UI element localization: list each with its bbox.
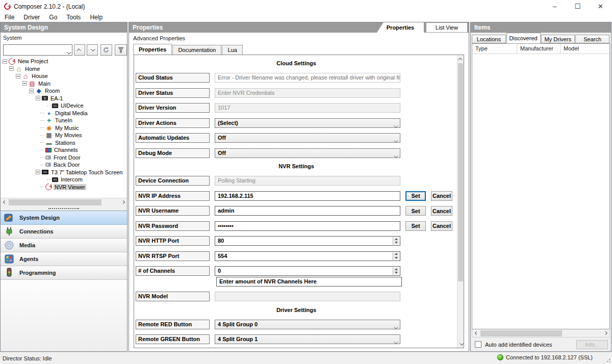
set-button[interactable]: Set [405,221,426,231]
scroll-left-icon[interactable] [1,198,9,206]
column-model[interactable]: Model [560,44,609,54]
maximize-button[interactable]: ☐ [566,0,589,13]
cancel-button[interactable]: Cancel [431,221,452,231]
tree-item-channels[interactable]: Channels [1,146,127,154]
collapse-icon[interactable] [16,74,20,79]
spin-up-icon[interactable] [393,237,399,241]
auto-add-checkbox[interactable] [475,341,481,348]
nav-connections[interactable]: Connections [1,225,127,239]
driver-actions-dropdown[interactable]: (Select) [215,118,400,128]
spinner-buttons[interactable] [393,267,399,275]
tree-item-house[interactable]: House [1,72,127,80]
channels-stepper[interactable]: 0 [215,266,400,276]
collapse-icon[interactable] [36,170,40,174]
tree-item-front-door[interactable]: Front Door [1,154,127,162]
collapse-icon[interactable] [3,59,7,64]
tab-search[interactable]: Search [575,35,609,43]
scrollbar-thumb[interactable] [480,330,562,336]
nvr-ip-input[interactable]: 192.168.2.115 [215,191,400,201]
tree-item-uidevice[interactable]: UIDevice [1,102,127,110]
tree-item-new-project[interactable]: New Project [1,58,127,65]
cancel-button[interactable]: Cancel [431,206,452,216]
find-next-button[interactable] [87,44,98,56]
collapse-icon[interactable] [22,81,27,86]
tab-properties-view[interactable]: Properties [377,22,424,33]
nvr-password-input[interactable]: •••••••• [215,221,400,231]
scroll-right-icon[interactable] [119,198,127,206]
scroll-right-icon[interactable] [601,329,609,337]
tree-item-ea1[interactable]: EA-1 [1,95,127,102]
spin-up-icon[interactable] [393,267,399,271]
tree-item-main[interactable]: Main [1,80,127,88]
tree-item-touchscreen[interactable]: T3 7" Tabletop Touch Screen [1,169,127,176]
tab-discovered[interactable]: Discovered [506,33,541,43]
collapse-icon[interactable] [9,66,14,71]
minimize-button[interactable]: – [543,0,566,13]
tab-locations[interactable]: Locations [472,35,506,43]
spinner-buttons[interactable] [393,237,399,245]
nav-agents[interactable]: Agents [1,252,127,266]
menu-driver[interactable]: Driver [19,14,44,21]
tree-item-nvr-viewer[interactable]: NVR Viewer [1,184,127,191]
nav-system-design[interactable]: System Design [1,211,127,225]
automatic-updates-dropdown[interactable]: Off [215,133,400,143]
tree-item-tunein[interactable]: TuneIn [1,117,127,124]
chevron-down-icon [394,138,397,143]
tree-line [40,157,44,158]
menu-help[interactable]: Help [85,14,107,21]
nav-media[interactable]: Media [1,239,127,252]
resize-grip-icon[interactable] [605,357,610,362]
tree-item-digital-media[interactable]: Digital Media [1,110,127,117]
rtsp-port-stepper[interactable]: 554 [215,251,400,261]
tree-item-back-door[interactable]: Back Door [1,161,127,169]
remote-green-dropdown[interactable]: 4 Split Group 1 [215,334,400,344]
collapse-icon[interactable] [36,96,40,100]
tree-item-room[interactable]: Room [1,87,127,95]
tab-lua[interactable]: Lua [222,45,242,55]
tab-my-drivers[interactable]: My Drivers [541,35,575,43]
menu-file[interactable]: File [0,14,19,21]
scroll-up-icon[interactable] [457,55,464,63]
tree-item-stations[interactable]: Stations [1,139,127,147]
properties-vertical-scrollbar[interactable] [457,55,464,348]
remote-red-dropdown[interactable]: 4 Split Group 0 [215,320,400,329]
debug-mode-dropdown[interactable]: Off [215,148,400,158]
scroll-left-icon[interactable] [472,329,480,337]
tab-documentation[interactable]: Documentation [172,45,221,55]
scrollbar-thumb[interactable] [458,63,463,281]
panel-splitter[interactable] [1,206,127,211]
tree-item-intercom[interactable]: Intercom [1,176,127,184]
nvr-username-input[interactable]: admin [215,206,400,216]
tree-item-my-music[interactable]: My Music [1,124,127,132]
combobox-chevron-icon[interactable] [67,49,70,56]
tab-properties[interactable]: Properties [133,44,172,55]
scrollbar-thumb[interactable] [9,199,101,205]
items-horizontal-scrollbar[interactable] [472,329,610,337]
set-button[interactable]: Set [405,206,426,216]
tab-list-view[interactable]: List View [426,22,468,33]
tree-filter-combobox[interactable] [3,44,72,56]
menu-go[interactable]: Go [44,14,62,21]
spin-down-icon[interactable] [393,256,399,260]
spin-up-icon[interactable] [393,252,399,256]
column-manufacturer[interactable]: Manufacturer [517,44,560,54]
http-port-stepper[interactable]: 80 [215,236,400,246]
spin-down-icon[interactable] [393,241,399,245]
filter-button[interactable] [115,44,127,56]
tree-item-my-movies[interactable]: My Movies [1,132,127,139]
column-type[interactable]: Type [472,44,517,54]
info-button[interactable]: Info... [576,340,608,349]
close-button[interactable]: ✕ [589,0,612,13]
scroll-down-icon[interactable] [457,340,464,348]
spinner-buttons[interactable] [393,252,399,260]
tree-horizontal-scrollbar[interactable] [1,198,127,206]
tree-item-home[interactable]: Home [1,65,127,73]
nav-programming[interactable]: Programming [1,266,127,280]
collapse-icon[interactable] [29,89,34,93]
find-previous-button[interactable] [74,44,85,56]
cancel-button[interactable]: Cancel [431,191,452,201]
set-button[interactable]: Set [405,191,426,201]
spin-down-icon[interactable] [393,271,399,275]
menu-tools[interactable]: Tools [62,14,85,21]
refresh-button[interactable] [100,44,113,56]
